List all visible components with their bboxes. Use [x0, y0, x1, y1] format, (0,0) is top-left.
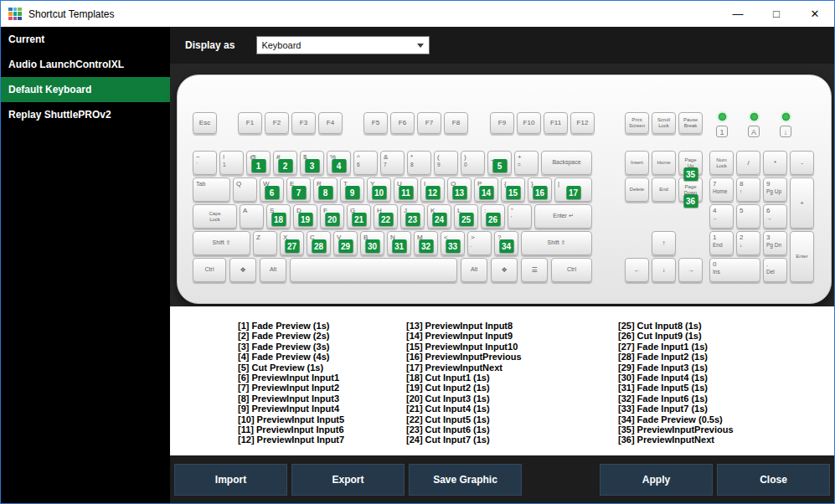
kb-key[interactable]: Shift ⇧ [521, 231, 592, 255]
kb-key[interactable]: → [678, 258, 703, 282]
kb-key[interactable]: F3 [291, 112, 316, 134]
kb-key[interactable]: F9 [490, 112, 514, 134]
import-button[interactable]: Import [174, 464, 287, 496]
kb-key[interactable]: + [790, 177, 814, 229]
kb-key[interactable]: * [763, 151, 787, 175]
kb-key[interactable]: 4← [709, 204, 734, 229]
kb-key[interactable]: #2 [273, 151, 297, 175]
kb-key[interactable]: Page Up35 [678, 151, 703, 175]
kb-key[interactable]: |17 [554, 177, 592, 202]
kb-key[interactable]: F5 [363, 112, 388, 134]
minimize-button[interactable]: — [719, 1, 757, 27]
kb-key[interactable]: F8 [444, 112, 468, 134]
kb-key[interactable]: Alt [461, 258, 487, 282]
kb-key[interactable]: {15 [501, 177, 525, 202]
kb-key[interactable]: T9 [340, 177, 364, 202]
kb-key[interactable]: 1End [709, 231, 734, 255]
sidebar-item-current[interactable]: Current [1, 27, 170, 52]
kb-key[interactable]: W6 [260, 177, 284, 202]
kb-key[interactable]: $3 [300, 151, 324, 175]
kb-key[interactable]: ^6 [353, 151, 378, 175]
kb-key[interactable]: K24 [427, 204, 451, 229]
kb-key[interactable]: Insert [625, 151, 649, 175]
kb-key[interactable] [290, 258, 457, 282]
kb-key[interactable]: }16 [528, 177, 552, 202]
kb-key[interactable]: E7 [286, 177, 311, 202]
kb-key[interactable]: S18 [266, 204, 291, 229]
kb-key[interactable]: / [736, 151, 760, 175]
kb-key[interactable]: L25 [454, 204, 478, 229]
kb-key[interactable]: 7Home [709, 177, 734, 202]
kb-key[interactable]: Backspace [541, 151, 592, 175]
kb-key[interactable]: F11 [544, 112, 568, 134]
kb-key[interactable]: ↓ [652, 258, 676, 282]
kb-key[interactable]: 5 [736, 204, 760, 229]
kb-key[interactable]: F10 [517, 112, 541, 134]
kb-key[interactable]: ~` [193, 151, 217, 175]
kb-key[interactable]: (9 [434, 151, 458, 175]
kb-key[interactable]: <33 [441, 231, 465, 255]
kb-key[interactable]: Esc [193, 112, 217, 134]
kb-key[interactable]: F6 [390, 112, 415, 134]
kb-key[interactable]: F2 [265, 112, 289, 134]
kb-key[interactable]: ← [625, 258, 649, 282]
kb-key[interactable]: N31 [387, 231, 411, 255]
kb-key[interactable]: Scroll Lock [652, 112, 676, 134]
kb-key[interactable]: O13 [447, 177, 472, 202]
kb-key[interactable]: J23 [400, 204, 425, 229]
kb-key[interactable]: *8 [407, 151, 431, 175]
kb-key[interactable]: Alt [260, 258, 286, 282]
kb-key[interactable]: Tab [193, 177, 230, 202]
kb-key[interactable]: 8↑ [736, 177, 760, 202]
kb-key[interactable]: F1 [238, 112, 262, 134]
kb-key[interactable]: Ctrl [551, 258, 592, 282]
kb-key[interactable]: .Del [763, 258, 787, 282]
kb-key[interactable]: Pause Break [678, 112, 703, 134]
kb-key[interactable]: @1 [246, 151, 271, 175]
kb-key[interactable]: Print Screen [625, 112, 649, 134]
sidebar-item-replay-shuttleprov2[interactable]: Replay ShuttlePROv2 [1, 102, 170, 127]
kb-key[interactable]: += [514, 151, 539, 175]
kb-key[interactable]: _5 [487, 151, 512, 175]
kb-key[interactable]: :26 [481, 204, 505, 229]
kb-key[interactable]: ❖ [491, 258, 518, 282]
export-button[interactable]: Export [291, 464, 405, 496]
kb-key[interactable]: A [240, 204, 264, 229]
kb-key[interactable]: X27 [280, 231, 304, 255]
kb-key[interactable]: D19 [293, 204, 317, 229]
kb-key[interactable]: R8 [313, 177, 338, 202]
kb-key[interactable]: P14 [474, 177, 498, 202]
kb-key[interactable]: End [652, 177, 676, 202]
kb-key[interactable]: F4 [318, 112, 343, 134]
apply-button[interactable]: Apply [600, 464, 713, 496]
kb-key[interactable]: M32 [414, 231, 438, 255]
kb-key[interactable]: U11 [394, 177, 418, 202]
kb-key[interactable]: V29 [333, 231, 358, 255]
kb-key[interactable]: 6→ [763, 204, 787, 229]
kb-key[interactable]: >. [467, 231, 492, 255]
kb-key[interactable]: G21 [347, 204, 371, 229]
maximize-button[interactable]: □ [757, 1, 796, 27]
kb-key[interactable]: I12 [420, 177, 445, 202]
save-graphic-button[interactable]: Save Graphic [409, 464, 522, 496]
kb-key[interactable]: 2↓ [736, 231, 760, 255]
kb-key[interactable]: Caps Lock [193, 204, 237, 229]
kb-key[interactable]: Num Lock [709, 151, 734, 175]
kb-key[interactable]: Y10 [367, 177, 391, 202]
kb-key[interactable]: C28 [307, 231, 331, 255]
kb-key[interactable]: B30 [360, 231, 384, 255]
kb-key[interactable]: ❖ [229, 258, 256, 282]
close-window-button[interactable]: ✕ [796, 1, 834, 27]
kb-key[interactable]: ↑ [652, 231, 676, 255]
display-as-select[interactable]: Keyboard [256, 36, 430, 54]
sidebar-item-audio-launchcontrolxl[interactable]: Audio LaunchControlXL [1, 52, 170, 77]
kb-key[interactable]: Shift ⇧ [193, 231, 250, 255]
kb-key[interactable]: %4 [327, 151, 351, 175]
kb-key[interactable]: F12 [570, 112, 595, 134]
kb-key[interactable]: Home [652, 151, 676, 175]
kb-key[interactable]: )0 [461, 151, 485, 175]
kb-key[interactable]: F7 [417, 112, 441, 134]
kb-key[interactable]: Q [233, 177, 257, 202]
kb-key[interactable]: 9Pg Up [763, 177, 787, 202]
kb-key[interactable]: ?34 [494, 231, 518, 255]
